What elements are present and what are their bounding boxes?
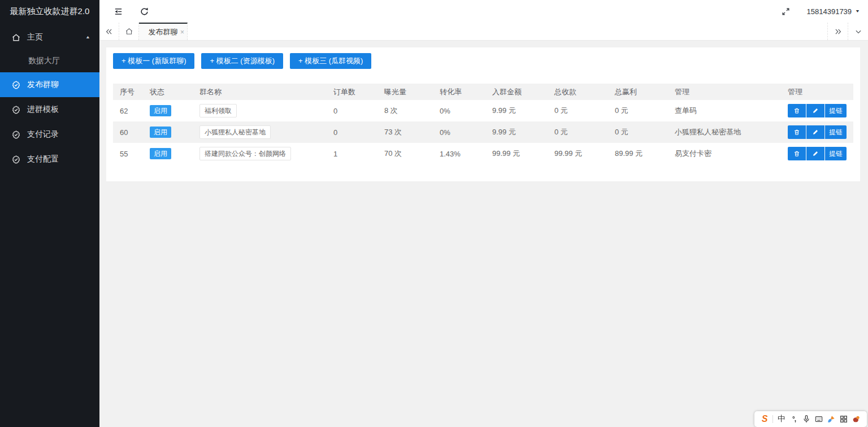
cell-conversion: 1.43% xyxy=(433,143,485,164)
cell-actions: 提链 xyxy=(781,100,853,121)
cell-total-profit: 89.99 元 xyxy=(608,143,668,164)
sidebar-item-join-template[interactable]: 进群模板 xyxy=(0,97,99,122)
row-actions: 提链 xyxy=(788,104,847,117)
table-header-row: 序号状态群名称订单数曝光量转化率入群金额总收款总赢利管理管理 xyxy=(113,84,853,100)
column-header: 群名称 xyxy=(193,84,327,100)
shield-check-icon xyxy=(11,105,21,115)
cell-manage: 小狐狸私人秘密基地 xyxy=(668,121,781,143)
column-header: 转化率 xyxy=(433,84,485,100)
ime-language-mode[interactable]: 中 xyxy=(775,413,788,425)
cell-conversion: 0% xyxy=(433,100,485,121)
cell-total-profit: 0 元 xyxy=(608,100,668,121)
cell-join-price: 9.99 元 xyxy=(485,100,548,121)
user-dropdown[interactable]: 15814391739 ▼ xyxy=(807,7,860,16)
tabs-menu-icon[interactable] xyxy=(848,23,868,40)
tab-home-icon[interactable] xyxy=(119,23,139,40)
home-icon xyxy=(11,33,21,42)
status-badge: 启用 xyxy=(150,105,171,116)
tabbar: 发布群聊 × xyxy=(99,23,868,41)
tabs-scroll-left-icon[interactable] xyxy=(99,23,119,40)
username: 15814391739 xyxy=(807,7,852,16)
tab-label: 发布群聊 xyxy=(149,27,178,37)
column-header: 序号 xyxy=(113,84,143,100)
sidebar-item-data-hall[interactable]: 数据大厅 xyxy=(0,50,99,72)
cell-exposure: 73 次 xyxy=(377,121,433,143)
sogou-logo-icon[interactable]: S xyxy=(759,413,770,425)
cell-group-name: 搭建同款公众号：创颜网络 xyxy=(193,143,327,164)
column-header: 入群金额 xyxy=(485,84,548,100)
cell-orders: 0 xyxy=(327,121,377,143)
caret-up-icon: ▲ xyxy=(85,35,90,40)
app-window: 最新独立收款进群2.0 主页 ▲ 数据大厅 发布群聊 进群模板 支付记录 支付配… xyxy=(0,0,868,427)
ime-divider xyxy=(772,415,773,423)
cell-join-price: 99.99 元 xyxy=(485,143,548,164)
cell-total-income: 0 元 xyxy=(548,100,608,121)
template3-button[interactable]: + 模板三 (瓜群视频) xyxy=(290,53,371,69)
status-badge: 启用 xyxy=(150,127,171,138)
get-link-button[interactable]: 提链 xyxy=(825,125,847,139)
edit-button[interactable] xyxy=(806,147,824,160)
shield-check-icon xyxy=(11,130,21,140)
ime-mascot-icon[interactable] xyxy=(850,413,862,425)
cell-status: 启用 xyxy=(143,143,193,164)
delete-button[interactable] xyxy=(788,125,806,139)
cell-id: 55 xyxy=(113,143,143,164)
column-header: 状态 xyxy=(143,84,193,100)
template2-button[interactable]: + 模板二 (资源模板) xyxy=(201,53,283,69)
tab-publish-group[interactable]: 发布群聊 × xyxy=(139,23,188,40)
get-link-button[interactable]: 提链 xyxy=(825,104,847,117)
cell-total-profit: 0 元 xyxy=(608,121,668,143)
template1-button[interactable]: + 模板一 (新版群聊) xyxy=(113,53,194,69)
soft-keyboard-icon[interactable] xyxy=(813,413,825,425)
edit-button[interactable] xyxy=(806,125,824,139)
group-name-box: 搭建同款公众号：创颜网络 xyxy=(199,147,291,160)
tabbar-spacer xyxy=(188,23,827,40)
cell-orders: 1 xyxy=(327,143,377,164)
tab-close-icon[interactable]: × xyxy=(180,29,184,36)
cell-group-name: 小狐狸私人秘密基地 xyxy=(193,121,327,143)
sidebar-item-payment-records[interactable]: 支付记录 xyxy=(0,122,99,147)
column-header: 管理 xyxy=(668,84,781,100)
delete-button[interactable] xyxy=(788,147,806,160)
cell-id: 60 xyxy=(113,121,143,143)
table-row: 55 启用 搭建同款公众号：创颜网络 1 70 次 1.43% 99.99 元 … xyxy=(113,143,853,164)
fullscreen-icon[interactable] xyxy=(779,4,793,19)
column-header: 曝光量 xyxy=(377,84,433,100)
edit-button[interactable] xyxy=(806,104,824,117)
table-body: 62 启用 福利领取 0 8 次 0% 9.99 元 0 元 0 元 查单码 xyxy=(113,100,853,164)
cell-actions: 提链 xyxy=(781,143,853,164)
tabs-scroll-right-icon[interactable] xyxy=(827,23,848,40)
column-header: 订单数 xyxy=(327,84,377,100)
sidebar: 最新独立收款进群2.0 主页 ▲ 数据大厅 发布群聊 进群模板 支付记录 支付配… xyxy=(0,0,99,427)
toolbox-grid-icon[interactable] xyxy=(837,413,850,425)
ime-toolbar: S 中 °, xyxy=(754,411,867,427)
topbar-right: 15814391739 ▼ xyxy=(779,4,860,19)
shield-check-icon xyxy=(11,80,21,90)
shield-check-icon xyxy=(11,155,21,164)
row-actions: 提链 xyxy=(788,147,847,160)
main-area: 15814391739 ▼ 发布群聊 × xyxy=(99,0,868,427)
sidebar-item-publish-group[interactable]: 发布群聊 xyxy=(0,72,99,97)
sidebar-menu: 主页 ▲ 数据大厅 发布群聊 进群模板 支付记录 支付配置 xyxy=(0,23,99,172)
status-badge: 启用 xyxy=(150,148,171,159)
group-name-box: 小狐狸私人秘密基地 xyxy=(199,125,271,139)
ime-punctuation-icon[interactable]: °, xyxy=(788,413,800,425)
column-header: 总收款 xyxy=(548,84,608,100)
cell-total-income: 99.99 元 xyxy=(548,143,608,164)
sidebar-item-home[interactable]: 主页 ▲ xyxy=(0,25,99,50)
microphone-icon[interactable] xyxy=(800,413,813,425)
cell-id: 62 xyxy=(113,100,143,121)
cell-exposure: 8 次 xyxy=(377,100,433,121)
group-name-box: 福利领取 xyxy=(199,104,237,117)
get-link-button[interactable]: 提链 xyxy=(825,147,847,160)
table-row: 60 启用 小狐狸私人秘密基地 0 73 次 0% 9.99 元 0 元 0 元… xyxy=(113,121,853,143)
delete-button[interactable] xyxy=(788,104,806,117)
groups-table: 序号状态群名称订单数曝光量转化率入群金额总收款总赢利管理管理 62 启用 福利领… xyxy=(113,84,853,164)
collapse-menu-icon[interactable] xyxy=(111,4,125,19)
table-row: 62 启用 福利领取 0 8 次 0% 9.99 元 0 元 0 元 查单码 xyxy=(113,100,853,121)
sidebar-item-payment-config[interactable]: 支付配置 xyxy=(0,147,99,172)
cell-manage: 易支付卡密 xyxy=(668,143,781,164)
cell-actions: 提链 xyxy=(781,121,853,143)
skin-brush-icon[interactable] xyxy=(825,413,837,425)
refresh-icon[interactable] xyxy=(137,4,151,19)
